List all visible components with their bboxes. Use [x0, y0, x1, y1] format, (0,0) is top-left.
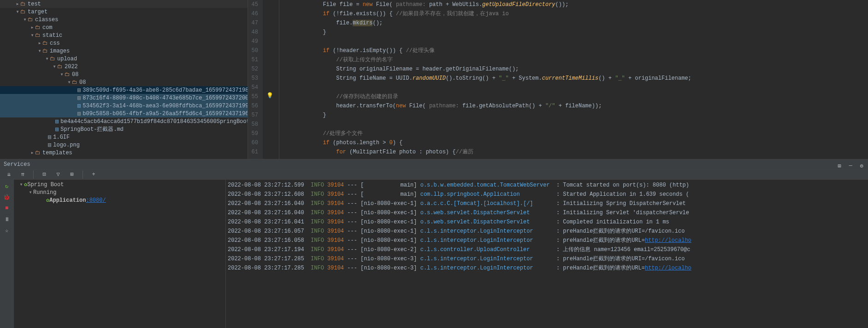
tree-label: logo.png: [53, 142, 80, 148]
folder-icon: 🗀: [42, 47, 48, 54]
stop-icon[interactable]: ■: [2, 204, 12, 213]
folder-icon: 🗀: [20, 0, 26, 7]
chevron-down-icon: [22, 16, 28, 23]
services-header: Services ⊞ — ⚙: [0, 159, 868, 170]
folder-icon: 🗀: [65, 71, 70, 78]
service-spring-boot[interactable]: ✿ Spring Boot: [14, 181, 225, 188]
tree-folder-08[interactable]: 🗀08: [0, 70, 248, 78]
image-icon: ▤: [48, 134, 51, 141]
tree-label: 1.GIF: [53, 134, 70, 141]
chevron-down-icon: [30, 32, 35, 39]
tree-label: test: [28, 1, 41, 7]
markdown-icon: ▤: [77, 102, 81, 109]
markdown-icon: ▤: [55, 118, 59, 125]
file-icon: ▤: [77, 94, 81, 101]
settings-icon[interactable]: ⊞: [835, 161, 844, 170]
image-icon: ▤: [48, 141, 51, 148]
chevron-down-icon: [66, 79, 72, 86]
folder-icon: 🗀: [35, 149, 41, 156]
tree-folder-css[interactable]: 🗀css: [0, 39, 248, 47]
favorite-icon[interactable]: ☆: [2, 226, 12, 235]
tree-folder-2022[interactable]: 🗀2022: [0, 63, 248, 70]
code-editor[interactable]: 45 46 47 48 49 50 51 52 53 54 55 56 57 5…: [248, 0, 868, 159]
services-toolbar-row: ⇊ ⇈ ⊡ ▽ ⊞ +: [0, 170, 868, 180]
tree-label: upload: [57, 56, 77, 62]
fold-column[interactable]: 💡: [263, 0, 279, 159]
service-running[interactable]: Running: [14, 188, 225, 196]
chevron-right-icon: [30, 24, 35, 31]
tree-label: 08: [79, 79, 86, 86]
spring-icon: ✿: [46, 197, 49, 204]
chevron-down-icon: [15, 8, 20, 15]
line-gutter: 45 46 47 48 49 50 51 52 53 54 55 56 57 5…: [248, 0, 263, 159]
project-tree[interactable]: 🗀test 🗀target 🗀classes 🗀com 🗀static 🗀css…: [0, 0, 248, 159]
console-area: Debugger ▶Console ⊹Endpoints ↷ ↓ ⇓ ↑ ↪ ▦…: [226, 180, 868, 328]
gear-icon[interactable]: ⚙: [857, 161, 866, 170]
chevron-down-icon: [28, 189, 33, 196]
tree-folder-templates[interactable]: 🗀templates: [0, 149, 248, 157]
group-icon[interactable]: ⊡: [39, 170, 49, 180]
lightbulb-icon[interactable]: 💡: [266, 92, 273, 99]
services-panel: Services ⊞ — ⚙ ⇊ ⇈ ⊡ ▽ ⊞ + ↻ 🐞 ■ ⏸ ☆ ✿ S…: [0, 159, 868, 328]
chevron-right-icon: [15, 0, 20, 7]
add-icon[interactable]: +: [89, 170, 99, 180]
spring-icon: ✿: [24, 181, 27, 188]
collapse-all-icon[interactable]: ⇈: [18, 170, 28, 180]
tree-label: templates: [42, 150, 72, 156]
tree-label: images: [50, 48, 70, 54]
tree-label: 08: [72, 71, 78, 78]
tree-folder-com[interactable]: 🗀com: [0, 23, 248, 31]
folder-icon: 🗀: [50, 55, 55, 62]
tree-folder-classes[interactable]: 🗀classes: [0, 16, 248, 23]
tree-label: be4a44c5acb64acca6d1577b1d9f84dc87018463…: [60, 117, 248, 125]
folder-icon: 🗀: [35, 32, 41, 39]
tree-folder-target[interactable]: 🗀target: [0, 8, 248, 16]
chevron-down-icon: [37, 47, 42, 54]
tree-label: css: [50, 40, 60, 47]
tree-folder-test[interactable]: 🗀test: [0, 0, 248, 8]
tree-label: classes: [35, 17, 58, 23]
service-application[interactable]: ✿ Application :8080/: [14, 196, 225, 204]
folder-icon: 🗀: [28, 16, 33, 23]
pause-icon[interactable]: ⏸: [2, 215, 12, 224]
tree-file-6[interactable]: ▤SpringBoot-拦截器.md: [0, 125, 248, 133]
tree-label: 873c16f4-8809-498c-b408-4743e685b7ce_165…: [83, 94, 248, 102]
services-action-toolbar: ↻ 🐞 ■ ⏸ ☆: [0, 180, 14, 328]
folder-icon: 🗀: [57, 63, 63, 70]
tree-label: 534562f3-3a14-468b-aea3-6e908fdfbbca_165…: [83, 103, 248, 109]
expand-all-icon[interactable]: ⇊: [4, 170, 14, 180]
code-content[interactable]: File file = new File( pathname: path + W…: [279, 0, 868, 159]
file-icon: ▤: [77, 87, 81, 94]
debug-icon[interactable]: 🐞: [2, 193, 12, 202]
tree-label: 389c509d-f695-4a36-abe8-285c6d7badae_165…: [83, 86, 248, 94]
tree-file-gif[interactable]: ▤1.GIF: [0, 133, 248, 141]
tree-folder-upload[interactable]: 🗀upload: [0, 55, 248, 63]
tree-file-logo[interactable]: ▤logo.png: [0, 141, 248, 149]
tree-file-3[interactable]: ▤534562f3-3a14-468b-aea3-6e908fdfbbca_16…: [0, 102, 248, 110]
tree-label: SpringBoot-拦截器.md: [60, 125, 124, 133]
tree-label: static: [42, 32, 62, 39]
folder-icon: 🗀: [72, 79, 77, 86]
tree-file-5[interactable]: ▤be4a44c5acb64acca6d1577b1d9f84dc8701846…: [0, 117, 248, 125]
tree-folder-images[interactable]: 🗀images: [0, 47, 248, 55]
chevron-down-icon: [18, 181, 24, 188]
grid-icon[interactable]: ⊞: [67, 170, 77, 180]
folder-icon: 🗀: [20, 8, 26, 15]
folder-icon: 🗀: [42, 40, 48, 47]
services-title: Services: [4, 161, 30, 168]
chevron-right-icon: [30, 149, 35, 156]
tree-folder-static[interactable]: 🗀static: [0, 31, 248, 39]
tree-file-4[interactable]: ▤b09c5858-b065-4fbf-a9a5-26aa5ff5d6c4_16…: [0, 110, 248, 117]
tree-file-1[interactable]: ▤389c509d-f695-4a36-abe8-285c6d7badae_16…: [0, 86, 248, 94]
filter-icon[interactable]: ▽: [53, 170, 63, 180]
hide-icon[interactable]: —: [846, 161, 855, 170]
folder-icon: 🗀: [35, 24, 41, 31]
app-port-link[interactable]: :8080/: [86, 197, 106, 204]
rerun-icon[interactable]: ↻: [2, 182, 12, 191]
services-tree[interactable]: ✿ Spring Boot Running ✿ Application :808…: [14, 180, 226, 328]
tree-file-2[interactable]: ▤873c16f4-8809-498c-b408-4743e685b7ce_16…: [0, 94, 248, 102]
chevron-down-icon: [52, 63, 57, 70]
console-log[interactable]: 2022-08-08 23:27:12.599 INFO 39104 --- […: [226, 180, 868, 274]
tree-folder-08-day[interactable]: 🗀08: [0, 78, 248, 86]
tree-label: target: [28, 9, 47, 15]
